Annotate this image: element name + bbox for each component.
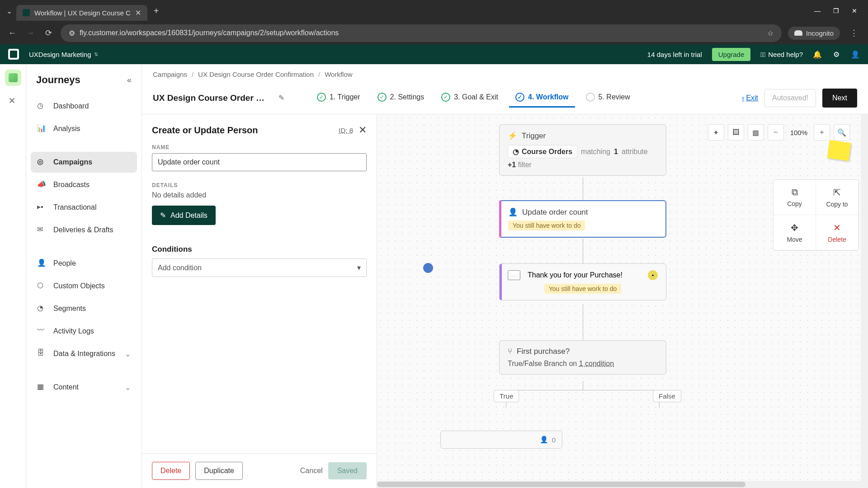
search-canvas-icon[interactable]: 🔍 — [834, 124, 850, 141]
step-goal-exit[interactable]: ✓3. Goal & Exit — [435, 88, 505, 108]
branch-node[interactable]: ⑂First purchase? True/False Branch on 1 … — [499, 340, 666, 375]
back-icon[interactable]: ← — [6, 28, 18, 38]
help-icon: ？⃝ — [760, 51, 765, 58]
browser-tab[interactable]: Workflow | UX Design Course C ✕ — [16, 5, 147, 21]
forward-icon[interactable]: → — [24, 28, 36, 38]
other-product-icon[interactable]: ✕ — [5, 92, 21, 108]
step-workflow[interactable]: ✓4. Workflow — [509, 88, 575, 108]
chevron-down-icon: ⌄ — [125, 383, 131, 392]
panel-footer: Delete Duplicate Cancel Saved — [142, 453, 377, 488]
notifications-icon[interactable]: 🔔 — [813, 50, 822, 59]
minimize-icon[interactable]: — — [814, 7, 821, 14]
maximize-icon[interactable]: ❐ — [833, 7, 839, 14]
app-header: UXDesign Marketing ⇅ 14 days left in tri… — [0, 44, 868, 64]
bolt-icon: ⚡ — [508, 131, 517, 141]
nav-label: Data & Integrations — [53, 350, 115, 358]
sidebar-item-transactional[interactable]: ▸▪Transactional — [31, 197, 137, 218]
draft-status-icon: ▪ — [648, 270, 658, 280]
email-node[interactable]: Thank you for your Purchase! ▪ You still… — [499, 263, 666, 300]
sidebar-item-deliveries[interactable]: ✉Deliveries & Drafts — [31, 220, 137, 240]
site-settings-icon[interactable]: ⚙ — [69, 29, 75, 38]
node-title: Update order count — [522, 208, 588, 217]
add-condition-select[interactable]: Add condition ▾ — [152, 258, 367, 277]
collapse-sidebar-icon[interactable]: « — [127, 75, 132, 85]
bookmark-icon[interactable]: ☆ — [767, 29, 774, 38]
add-details-button[interactable]: ✎ Add Details — [152, 206, 216, 225]
favicon-icon — [23, 9, 30, 16]
exit-link[interactable]: ‹Exit — [742, 94, 758, 102]
workflow-header: UX Design Course Order Confir... ✎ ✓1. T… — [142, 84, 868, 114]
vertical-scrollbar[interactable] — [861, 114, 868, 481]
workspace-switcher[interactable]: UXDesign Marketing ⇅ — [29, 51, 98, 58]
update-person-node[interactable]: 👤Update order count You still have work … — [499, 200, 666, 238]
move-button[interactable]: ✥Move — [774, 215, 816, 250]
next-button[interactable]: Next — [822, 89, 857, 108]
journeys-product-icon[interactable] — [5, 70, 21, 86]
step-review[interactable]: 5. Review — [580, 88, 637, 108]
url-bar[interactable]: ⚙ fly.customer.io/workspaces/160831/jour… — [61, 24, 782, 42]
delete-button[interactable]: Delete — [152, 462, 190, 480]
close-tab-icon[interactable]: ✕ — [135, 9, 141, 17]
node-edit-panel: Create or Update Person ID: 8 ✕ NAME DET… — [142, 114, 377, 488]
duplicate-button[interactable]: Duplicate — [195, 462, 243, 480]
sidebar-item-data-integrations[interactable]: 🗄Data & Integrations⌄ — [31, 343, 137, 364]
check-icon: ✓ — [515, 93, 524, 102]
zoom-in-icon[interactable]: + — [814, 124, 830, 141]
new-tab-button[interactable]: + — [149, 6, 164, 16]
partial-node[interactable]: 👤0 — [440, 431, 562, 449]
name-input[interactable] — [152, 153, 367, 171]
account-icon[interactable]: 👤 — [851, 50, 860, 59]
step-trigger[interactable]: ✓1. Trigger — [311, 88, 367, 108]
connector-line — [583, 236, 583, 263]
settings-icon[interactable]: ⚙ — [832, 50, 841, 59]
sidebar-item-custom-objects[interactable]: ⬡Custom Objects — [31, 276, 137, 296]
envelope-icon: ✉ — [37, 225, 47, 235]
edit-title-icon[interactable]: ✎ — [278, 94, 284, 102]
need-help-button[interactable]: ？⃝ Need help? — [760, 51, 803, 58]
breadcrumb-campaigns[interactable]: Campaigns — [153, 70, 187, 78]
reload-icon[interactable]: ⟳ — [42, 28, 54, 38]
close-panel-icon[interactable]: ✕ — [359, 124, 367, 136]
copy-label: Copy — [787, 200, 802, 207]
segment-chip[interactable]: ◔Course Orders — [508, 145, 577, 158]
browser-menu-icon[interactable]: ⋮ — [846, 28, 862, 38]
upgrade-button[interactable]: Upgrade — [712, 48, 751, 61]
step-label: 1. Trigger — [330, 93, 360, 101]
incognito-badge[interactable]: Incognito — [788, 27, 840, 40]
sidebar-item-activity-logs[interactable]: 〰Activity Logs — [31, 321, 137, 342]
step-settings[interactable]: ✓2. Settings — [371, 88, 431, 108]
breadcrumb-workflow[interactable]: Workflow — [325, 70, 352, 78]
trigger-node[interactable]: ⚡Trigger ◔Course Orders matching 1 attri… — [499, 124, 666, 176]
node-title: Trigger — [522, 131, 546, 141]
sticky-note-icon[interactable]: ▩ — [748, 124, 764, 141]
canvas-toolbar: ✦ 🖼 ▩ − 100% + 🔍 — [708, 124, 850, 141]
delete-node-button[interactable]: ✕Delete — [816, 215, 859, 250]
cancel-button[interactable]: Cancel — [300, 467, 323, 475]
workflow-canvas[interactable]: ✦ 🖼 ▩ − 100% + 🔍 ⧉Copy ⇱Copy to ✥Move ✕D… — [377, 114, 868, 488]
tab-list-dropdown[interactable]: ⌄ — [4, 5, 14, 16]
attribute-text: attribute — [622, 148, 648, 156]
condition-link[interactable]: 1 condition — [579, 360, 614, 367]
sidebar-item-analysis[interactable]: 📊Analysis — [31, 118, 137, 139]
close-window-icon[interactable]: ✕ — [852, 7, 857, 14]
copy-to-button[interactable]: ⇱Copy to — [816, 180, 859, 215]
breadcrumb-campaign-name[interactable]: UX Design Course Order Confirmation — [198, 70, 314, 78]
copy-button[interactable]: ⧉Copy — [774, 180, 816, 215]
sidebar-item-segments[interactable]: ◔Segments — [31, 298, 137, 319]
sidebar-item-dashboard[interactable]: ◷Dashboard — [31, 96, 137, 117]
person-icon: 👤 — [540, 436, 548, 444]
node-title: First purchase? — [517, 347, 570, 356]
node-id-link[interactable]: ID: 8 — [339, 127, 353, 134]
sidebar-item-campaigns[interactable]: ◎Campaigns — [31, 152, 137, 173]
sidebar-item-broadcasts[interactable]: 📣Broadcasts — [31, 174, 137, 195]
image-icon[interactable]: 🖼 — [728, 124, 744, 141]
app-logo-icon[interactable] — [8, 49, 19, 60]
no-details-text: No details added — [152, 191, 367, 199]
zoom-out-icon[interactable]: − — [768, 124, 784, 141]
sidebar-item-people[interactable]: 👤People — [31, 253, 137, 274]
sticky-note[interactable] — [827, 140, 851, 161]
ideas-icon[interactable]: ✦ — [708, 124, 724, 141]
sidebar-item-content[interactable]: ▦Content⌄ — [31, 377, 137, 398]
page-title: UX Design Course Order Confir... — [153, 93, 270, 103]
horizontal-scrollbar[interactable] — [377, 481, 868, 488]
